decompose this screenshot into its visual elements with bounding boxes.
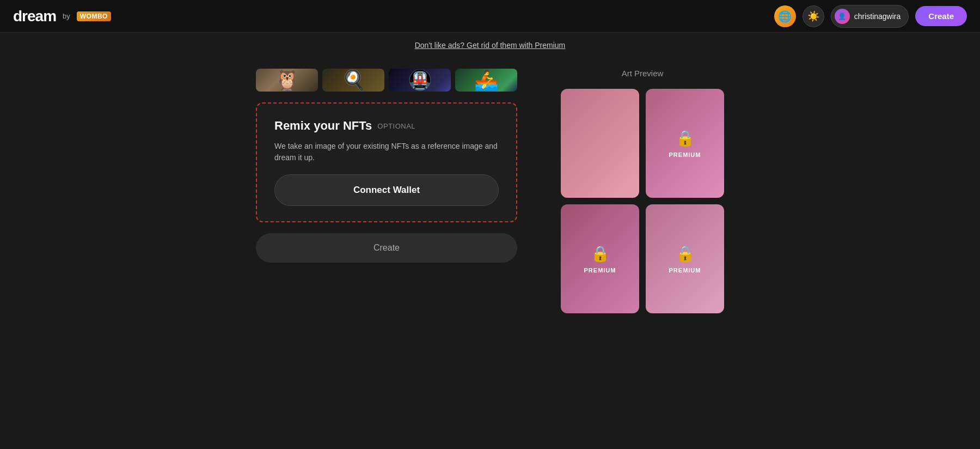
premium-label-3: PREMIUM — [669, 267, 701, 274]
thumbnail-food: 🍳 — [322, 69, 384, 92]
art-card-3[interactable]: 🔒 PREMIUM — [561, 204, 639, 313]
sun-icon: ☀️ — [807, 10, 819, 22]
nft-title: Remix your NFTs — [274, 119, 372, 133]
art-preview-title: Art Preview — [561, 69, 724, 78]
nft-remix-panel: Remix your NFTs OPTIONAL We take an imag… — [256, 102, 517, 222]
nft-description: We take an image of your existing NFTs a… — [274, 141, 499, 163]
image-strip: 🦉 🍳 🚇 🚣 — [256, 69, 517, 92]
lock-icon-2: 🔒 — [591, 245, 610, 263]
thumb-2-icon: 🍳 — [341, 69, 366, 92]
art-card-2[interactable]: 🔒 PREMIUM — [646, 89, 724, 198]
logo-dream: dream — [13, 8, 56, 25]
ads-premium-link[interactable]: Don't like ads? Get rid of them with Pre… — [415, 41, 566, 50]
right-panel: Art Preview 🔒 PREMIUM 🔒 PREMIUM 🔒 PREMIU… — [561, 69, 724, 313]
nft-optional-label: OPTIONAL — [377, 122, 415, 130]
left-panel: 🦉 🍳 🚇 🚣 Remix your NFTs OPTIONAL We take… — [256, 69, 517, 263]
logo-by-text: by — [63, 12, 70, 20]
globe-icon: 🌐 — [778, 10, 792, 23]
avatar: 👤 — [835, 9, 850, 24]
globe-button[interactable]: 🌐 — [774, 5, 796, 27]
lock-icon-1: 🔒 — [676, 129, 695, 147]
premium-label-2: PREMIUM — [584, 267, 616, 274]
thumb-4-icon: 🚣 — [474, 69, 499, 92]
ads-banner: Don't like ads? Get rid of them with Pre… — [0, 33, 980, 58]
user-menu-button[interactable]: 👤 christinagwira — [831, 5, 909, 28]
art-card-4[interactable]: 🔒 PREMIUM — [646, 204, 724, 313]
main-create-button[interactable]: Create — [256, 233, 517, 263]
premium-label-1: PREMIUM — [669, 151, 701, 158]
lock-icon-3: 🔒 — [676, 245, 695, 263]
header-create-button[interactable]: Create — [915, 6, 967, 26]
main-content: 🦉 🍳 🚇 🚣 Remix your NFTs OPTIONAL We take… — [0, 58, 980, 324]
theme-toggle-button[interactable]: ☀️ — [803, 5, 824, 27]
thumbnail-tunnel: 🚇 — [389, 69, 451, 92]
thumb-1-icon: 🦉 — [275, 69, 299, 92]
art-grid: 🔒 PREMIUM 🔒 PREMIUM 🔒 PREMIUM — [561, 89, 724, 313]
wombo-logo: WOMBO — [77, 11, 111, 21]
art-card-1[interactable] — [561, 89, 639, 198]
thumbnail-boat: 🚣 — [455, 69, 517, 92]
nft-panel-header: Remix your NFTs OPTIONAL — [274, 119, 499, 133]
connect-wallet-button[interactable]: Connect Wallet — [274, 174, 499, 206]
avatar-icon: 👤 — [838, 13, 846, 20]
user-name: christinagwira — [854, 12, 901, 21]
header-right: 🌐 ☀️ 👤 christinagwira Create — [774, 5, 967, 28]
thumbnail-owl: 🦉 — [256, 69, 318, 92]
thumb-3-icon: 🚇 — [408, 69, 432, 92]
header: dream by WOMBO 🌐 ☀️ 👤 christinagwira Cre… — [0, 0, 980, 33]
logo-area: dream by WOMBO — [13, 8, 111, 25]
